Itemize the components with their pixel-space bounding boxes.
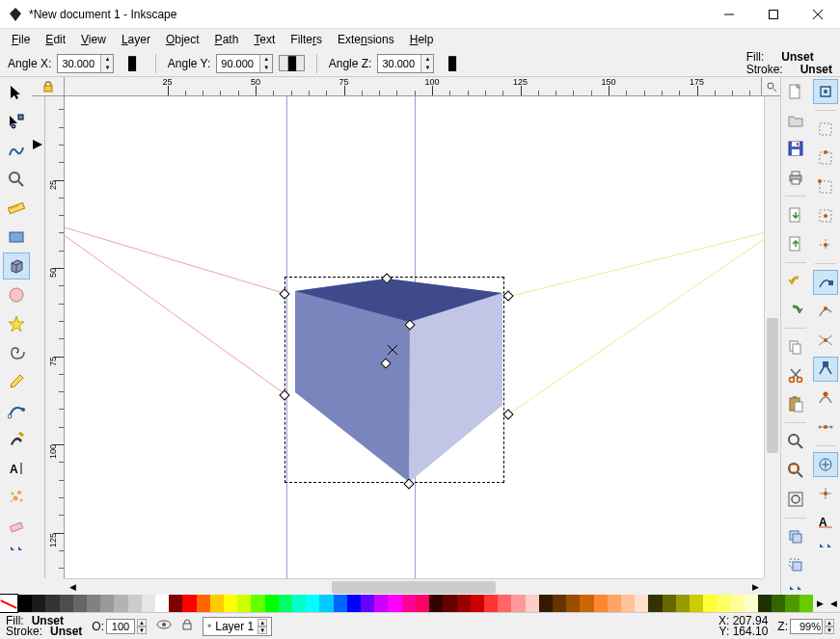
angle-z-input[interactable]: ▲▼	[377, 54, 434, 73]
swatch[interactable]	[361, 595, 374, 612]
swatch[interactable]	[224, 595, 237, 612]
cmd-paste[interactable]	[783, 392, 808, 417]
swatch[interactable]	[388, 595, 401, 612]
swatch[interactable]	[265, 595, 279, 612]
angle-x-input[interactable]: ▲▼	[57, 54, 114, 73]
tool-tweak[interactable]	[3, 137, 30, 164]
swatch[interactable]	[621, 595, 635, 612]
swatch[interactable]	[60, 595, 73, 612]
snap-master-toggle[interactable]	[813, 79, 838, 104]
cmd-new[interactable]	[783, 79, 808, 104]
cmd-undo[interactable]	[783, 269, 808, 294]
layer-selector[interactable]: • Layer 1 ▲▼	[203, 617, 272, 636]
snap-center[interactable]	[813, 452, 838, 477]
swatch[interactable]	[182, 595, 196, 612]
swatch[interactable]	[251, 595, 264, 612]
swatch[interactable]	[374, 595, 388, 612]
swatch[interactable]	[319, 595, 333, 612]
swatch[interactable]	[128, 595, 142, 612]
layer-lock-icon[interactable]	[181, 618, 193, 634]
snap-bbox-midpoint[interactable]	[813, 203, 838, 228]
snap-bbox-edge[interactable]	[813, 146, 838, 171]
swatch[interactable]	[526, 595, 539, 612]
menu-extensions[interactable]: Extensions	[330, 31, 402, 48]
cmd-redo[interactable]	[783, 297, 808, 322]
swatch[interactable]	[690, 595, 703, 612]
tool-3d-box[interactable]	[3, 253, 30, 280]
ruler-vertical[interactable]: 255075100125	[32, 96, 65, 578]
swatch[interactable]	[553, 595, 566, 612]
palette-scroll-right[interactable]: ▶	[813, 595, 826, 612]
swatch[interactable]	[457, 595, 471, 612]
swatch[interactable]	[279, 595, 292, 612]
tool-more[interactable]	[3, 542, 30, 555]
maximize-button[interactable]	[751, 0, 796, 29]
palette-menu[interactable]: ◀	[826, 595, 840, 612]
tool-text[interactable]: A	[3, 455, 30, 482]
snap-node-toggle[interactable]	[813, 270, 838, 295]
tool-measure[interactable]	[3, 195, 30, 222]
swatch[interactable]	[676, 595, 690, 612]
minimize-button[interactable]	[707, 0, 751, 29]
swatch[interactable]	[799, 595, 813, 612]
swatch[interactable]	[566, 595, 580, 612]
status-zoom[interactable]: Z: ▲▼	[777, 619, 834, 634]
swatch[interactable]	[73, 595, 87, 612]
ruler-corner-lock[interactable]	[32, 77, 65, 96]
menu-object[interactable]: Object	[158, 31, 207, 48]
swatch[interactable]	[142, 595, 155, 612]
angle-y-parallel-toggle[interactable]: ▐▌	[279, 55, 304, 71]
snap-bbox-center[interactable]	[813, 232, 838, 257]
swatch[interactable]	[87, 595, 100, 612]
swatch[interactable]	[484, 595, 498, 612]
tool-zoom[interactable]	[3, 166, 30, 193]
swatch[interactable]	[717, 595, 730, 612]
cmd-export[interactable]	[783, 231, 808, 256]
angle-x-parallel-toggle[interactable]: ▐▌	[120, 56, 143, 70]
snap-cusp-node[interactable]	[813, 357, 838, 382]
swatch[interactable]	[539, 595, 553, 612]
swatch[interactable]	[580, 595, 593, 612]
cmd-clone[interactable]	[783, 552, 808, 577]
swatch[interactable]	[100, 595, 114, 612]
tool-selector[interactable]	[3, 79, 30, 106]
snap-intersection[interactable]	[813, 328, 838, 353]
tool-rectangle[interactable]	[3, 224, 30, 251]
tool-bezier[interactable]	[3, 397, 30, 424]
snap-smooth-node[interactable]	[813, 386, 838, 411]
menu-help[interactable]: Help	[402, 31, 442, 48]
menu-path[interactable]: Path	[207, 31, 247, 48]
cmd-import[interactable]	[783, 202, 808, 227]
close-button[interactable]	[796, 0, 840, 29]
angle-z-parallel-toggle[interactable]: ▐▌	[440, 56, 463, 70]
menu-layer[interactable]: Layer	[114, 31, 158, 48]
swatch[interactable]	[237, 595, 251, 612]
cmd-zoom-drawing[interactable]	[783, 458, 808, 483]
tool-node-editor[interactable]	[3, 108, 30, 135]
tool-calligraphy[interactable]	[3, 426, 30, 453]
swatch[interactable]	[772, 595, 785, 612]
menu-edit[interactable]: Edit	[38, 31, 73, 48]
swatch[interactable]	[443, 595, 456, 612]
cmd-duplicate[interactable]	[783, 524, 808, 549]
swatch[interactable]	[18, 595, 32, 612]
tool-eraser[interactable]	[3, 513, 30, 540]
angle-y-input[interactable]: ▲▼	[216, 54, 273, 73]
scrollbar-vertical[interactable]	[764, 96, 780, 578]
layer-visibility-icon[interactable]	[156, 619, 172, 633]
tool-star[interactable]	[3, 310, 30, 337]
snap-bbox-corner[interactable]	[813, 174, 838, 200]
cmd-zoom-page[interactable]	[783, 487, 808, 512]
swatch[interactable]	[114, 595, 127, 612]
ruler-zoom-icon[interactable]	[761, 77, 780, 96]
swatch[interactable]	[416, 595, 429, 612]
scrollbar-horizontal[interactable]: ◀ ▶	[65, 578, 764, 595]
tool-spiral[interactable]	[3, 339, 30, 366]
swatch[interactable]	[197, 595, 210, 612]
swatch[interactable]	[785, 595, 799, 612]
swatch[interactable]	[429, 595, 443, 612]
canvas[interactable]	[65, 96, 764, 578]
menu-text[interactable]: Text	[246, 31, 283, 48]
swatch[interactable]	[306, 595, 319, 612]
snap-bbox-toggle[interactable]	[813, 117, 838, 142]
